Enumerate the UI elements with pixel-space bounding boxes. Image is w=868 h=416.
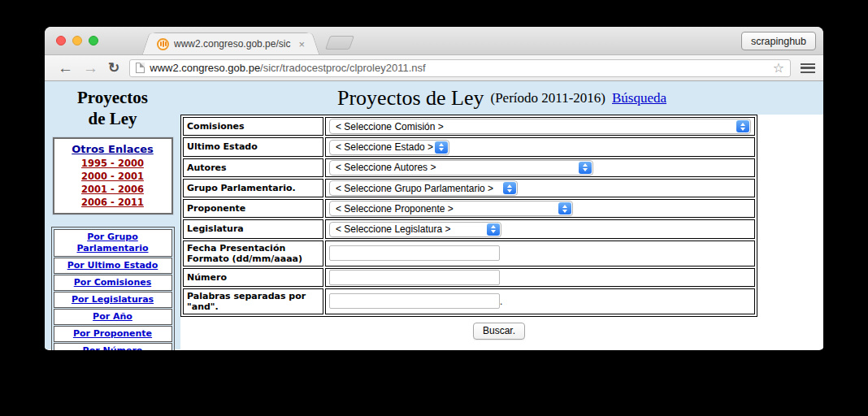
- select-stepper-icon: [579, 162, 592, 174]
- comisiones-select[interactable]: < Seleccione Comisión >: [329, 119, 751, 134]
- url-domain: www2.congreso.gob.pe: [150, 62, 260, 74]
- address-bar[interactable]: www2.congreso.gob.pe/sicr/tradocestproc/…: [129, 59, 791, 77]
- form-row-legislatura: Legislatura < Seleccione Legislatura >: [183, 219, 755, 238]
- fecha-cell: [325, 240, 755, 266]
- scrapinghub-extension-button[interactable]: scrapinghub: [741, 32, 816, 50]
- submit-row: Buscar.: [180, 323, 757, 340]
- form-row-ultimo-estado: Ultimo Estado < Seleccione Estado >: [183, 137, 755, 156]
- ultimo-estado-label: Ultimo Estado: [183, 137, 323, 156]
- autores-select-value: < Seleccione Autores >: [336, 162, 579, 173]
- autores-label: Autores: [183, 158, 323, 177]
- browser-toolbar: ← → ↻ www2.congreso.gob.pe/sicr/tradoces…: [45, 55, 823, 81]
- page-title: Proyectos de Ley: [337, 86, 484, 110]
- form-row-autores: Autores < Seleccione Autores >: [183, 158, 755, 177]
- sidebar-nav: Por Grupo Parlamentario Por Ultimo Estad…: [51, 227, 175, 351]
- grupo-parlamentario-select-value: < Seleccione Grupo Parlamentario >: [336, 183, 503, 194]
- tab-close-icon[interactable]: ×: [298, 39, 305, 50]
- fecha-label: Fecha Presentación Formato (dd/mm/aaaa): [183, 240, 323, 266]
- year-link-2000-2001[interactable]: 2000 - 2001: [56, 170, 170, 183]
- sidebar-item-por-proponente[interactable]: Por Proponente: [54, 326, 172, 342]
- browser-tab[interactable]: www2.congreso.gob.pe/sic ×: [150, 32, 311, 54]
- search-form-table: Comisiones < Seleccione Comisión > Ultim…: [180, 115, 757, 317]
- proponente-label: Proponente: [183, 199, 323, 218]
- buscar-button[interactable]: Buscar.: [473, 323, 525, 340]
- year-link-2001-2006[interactable]: 2001 - 2006: [56, 183, 170, 196]
- sidebar-item-por-ano[interactable]: Por Año: [54, 309, 172, 325]
- sidebar: Proyectos de Ley Otros Enlaces 1995 - 20…: [45, 81, 180, 349]
- otros-enlaces-link[interactable]: Otros Enlaces: [72, 143, 154, 155]
- ultimo-estado-select-value: < Seleccione Estado >: [336, 141, 435, 153]
- numero-label: Número: [183, 268, 323, 287]
- tab-title: www2.congreso.gob.pe/sic: [174, 38, 293, 50]
- select-stepper-icon: [503, 182, 516, 194]
- proponente-select[interactable]: < Seleccione Proponente >: [329, 201, 573, 216]
- form-row-comisiones: Comisiones < Seleccione Comisión >: [183, 117, 755, 136]
- grupo-parlamentario-select[interactable]: < Seleccione Grupo Parlamentario >: [329, 180, 518, 196]
- page-period: (Período 2011-2016): [490, 90, 605, 106]
- year-link-1995-2000[interactable]: 1995 - 2000: [56, 157, 170, 170]
- autores-select[interactable]: < Seleccione Autores >: [329, 160, 593, 176]
- year-link-2006-2011[interactable]: 2006 - 2011: [56, 196, 170, 209]
- back-icon[interactable]: ←: [53, 60, 78, 76]
- site-favicon-icon: [157, 38, 169, 50]
- palabras-label: Palabras separadas por "and".: [183, 288, 323, 314]
- window-controls: [56, 36, 98, 46]
- select-stepper-icon: [558, 202, 571, 214]
- tab-strip: www2.congreso.gob.pe/sic × scrapinghub: [45, 27, 823, 55]
- menu-icon[interactable]: [801, 63, 815, 73]
- form-row-palabras: Palabras separadas por "and". .: [183, 288, 755, 314]
- bookmark-star-icon[interactable]: ☆: [773, 62, 784, 75]
- palabras-cell: .: [325, 288, 755, 314]
- legislatura-label: Legislatura: [183, 219, 323, 238]
- form-row-numero: Número: [183, 268, 755, 287]
- form-row-grupo-parlamentario: Grupo Parlamentario. < Seleccione Grupo …: [183, 179, 755, 197]
- grupo-parlamentario-label: Grupo Parlamentario.: [183, 179, 323, 197]
- fecha-input[interactable]: [329, 245, 500, 261]
- sidebar-item-por-legislaturas[interactable]: Por Legislaturas: [54, 292, 172, 308]
- sidebar-item-por-grupo-parlamentario[interactable]: Por Grupo Parlamentario: [54, 229, 172, 257]
- otros-enlaces-box: Otros Enlaces 1995 - 2000 2000 - 2001 20…: [53, 137, 173, 214]
- select-stepper-icon: [736, 120, 749, 132]
- forward-icon[interactable]: →: [78, 60, 103, 76]
- autores-cell: < Seleccione Autores >: [325, 158, 755, 177]
- select-stepper-icon: [435, 141, 448, 154]
- sidebar-item-por-ultimo-estado[interactable]: Por Ultimo Estado: [54, 258, 172, 274]
- reload-icon[interactable]: ↻: [103, 61, 124, 75]
- url-text: www2.congreso.gob.pe/sicr/tradocestproc/…: [150, 62, 767, 74]
- proponente-cell: < Seleccione Proponente >: [325, 199, 755, 218]
- select-stepper-icon: [487, 223, 500, 236]
- legislatura-select-value: < Seleccione Legislatura >: [336, 223, 487, 235]
- palabras-suffix: .: [500, 296, 502, 307]
- proponente-select-value: < Seleccione Proponente >: [336, 203, 558, 214]
- legislatura-cell: < Seleccione Legislatura >: [325, 219, 755, 238]
- legislatura-select[interactable]: < Seleccione Legislatura >: [329, 222, 501, 237]
- comisiones-select-value: < Seleccione Comisión >: [336, 121, 736, 132]
- sidebar-title: Proyectos de Ley: [45, 87, 180, 130]
- ultimo-estado-cell: < Seleccione Estado >: [325, 137, 755, 156]
- palabras-input[interactable]: [329, 293, 500, 309]
- numero-input[interactable]: [329, 270, 500, 285]
- form-row-proponente: Proponente < Seleccione Proponente >: [183, 199, 755, 218]
- zoom-window-button[interactable]: [89, 36, 98, 46]
- page-content: Proyectos de Ley Otros Enlaces 1995 - 20…: [45, 81, 823, 349]
- close-window-button[interactable]: [56, 36, 66, 46]
- page-icon: [136, 63, 145, 73]
- form-row-fecha: Fecha Presentación Formato (dd/mm/aaaa): [183, 240, 755, 266]
- url-path: /sicr/tradocestproc/clproley2011.nsf: [260, 62, 426, 74]
- minimize-window-button[interactable]: [72, 36, 82, 46]
- numero-cell: [325, 268, 755, 287]
- busqueda-link[interactable]: Búsqueda: [612, 90, 666, 106]
- new-tab-button[interactable]: [325, 36, 354, 50]
- ultimo-estado-select[interactable]: < Seleccione Estado >: [329, 140, 449, 155]
- sidebar-item-por-comisiones[interactable]: Por Comisiones: [54, 275, 172, 291]
- sidebar-item-por-numero[interactable]: Por Número: [54, 343, 172, 351]
- page-header: Proyectos de Ley (Período 2011-2016) Bús…: [180, 81, 823, 115]
- comisiones-label: Comisiones: [183, 117, 323, 136]
- browser-window: www2.congreso.gob.pe/sic × scrapinghub ←…: [45, 27, 823, 350]
- comisiones-cell: < Seleccione Comisión >: [325, 117, 755, 136]
- grupo-parlamentario-cell: < Seleccione Grupo Parlamentario >: [325, 179, 755, 197]
- main-area: Proyectos de Ley (Período 2011-2016) Bús…: [180, 81, 823, 349]
